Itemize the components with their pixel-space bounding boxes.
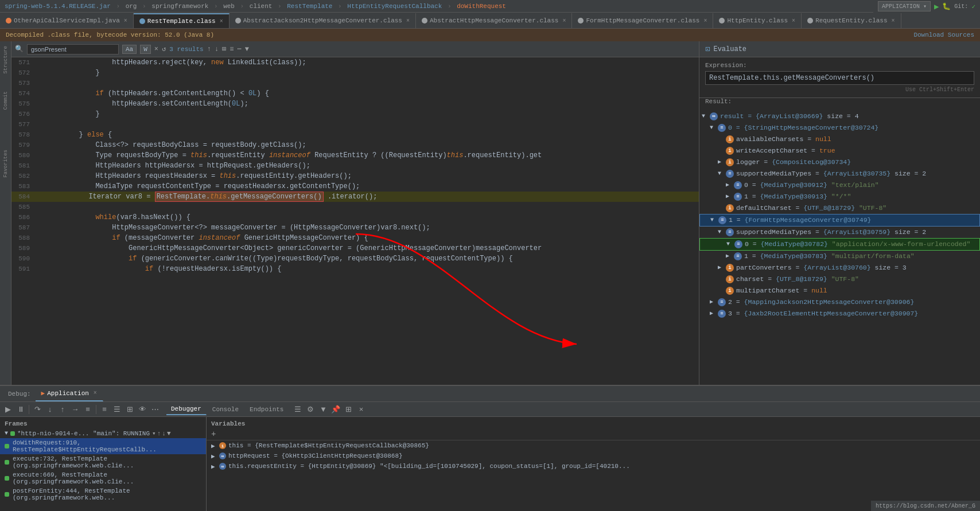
- var-item-http-request[interactable]: ▶ ∞ httpRequest = {OkHttp3ClientHttpRequ…: [207, 451, 980, 461]
- tree-arrow: ▶: [710, 309, 718, 319]
- sidebar-favorites[interactable]: Favorites: [2, 147, 10, 180]
- debug-threads-btn[interactable]: ≡: [99, 404, 110, 415]
- tree-icon: i: [726, 147, 734, 155]
- debug-pause-btn[interactable]: ⏸: [15, 404, 26, 415]
- search-close[interactable]: ×: [154, 45, 158, 53]
- debug-close-debug[interactable]: ×: [355, 404, 367, 415]
- tab-label: RestTemplate.class: [147, 18, 216, 25]
- tab-close[interactable]: ×: [124, 18, 127, 24]
- debug-filter[interactable]: ▼: [317, 404, 329, 415]
- debug-more-options[interactable]: ☰: [292, 404, 304, 415]
- search-filter[interactable]: ▼: [245, 45, 249, 53]
- search-options1[interactable]: ⊞: [222, 45, 226, 53]
- thread-up-btn[interactable]: ↑: [157, 430, 161, 437]
- tab-close[interactable]: ×: [792, 18, 795, 24]
- debug-tab-application[interactable]: ▶ Application ×: [36, 387, 103, 401]
- thread-down-arrow[interactable]: ▾: [152, 430, 156, 437]
- tree-item-available-charsets[interactable]: i availableCharsets = null: [699, 134, 980, 145]
- debug-tab-close[interactable]: ×: [94, 390, 97, 396]
- tab-rest-template[interactable]: RestTemplate.class ×: [134, 13, 230, 28]
- app-switcher[interactable]: APPLICATION ▾: [878, 1, 931, 11]
- debug-layout[interactable]: ⊞: [343, 404, 354, 415]
- sidebar-commit[interactable]: Commit: [2, 89, 10, 112]
- debug-vars-btn[interactable]: ⊞: [124, 404, 135, 415]
- run-btn[interactable]: ▶: [934, 2, 939, 11]
- tree-item-0[interactable]: ▼ ≡ 0 = {StringHttpMessageConverter@3072…: [699, 122, 980, 134]
- debug-step-into-btn[interactable]: ↓: [44, 404, 56, 415]
- tree-item-logger[interactable]: ▶ i logger = {CompositeLog@30734}: [699, 157, 980, 168]
- tab-close[interactable]: ×: [220, 18, 223, 25]
- tree-item-3[interactable]: ▶ ≡ 3 = {Jaxb2RootElementHttpMessageConv…: [699, 308, 980, 319]
- search-aa-btn[interactable]: Aa: [122, 45, 137, 54]
- tree-item-charset[interactable]: i charset = {UTF_8@18729} "UTF-8": [699, 274, 980, 285]
- add-watch-btn[interactable]: +: [211, 430, 216, 439]
- thread-filter-btn[interactable]: ▼: [167, 430, 171, 437]
- frame-item-0[interactable]: doWithRequest:910, RestTemplate$HttpEnti…: [0, 438, 206, 454]
- tree-item-supported-mediatypes-0[interactable]: ▼ ≡ supportedMediaTypes = {ArrayList@307…: [699, 168, 980, 180]
- thread-dn-btn[interactable]: ↓: [162, 430, 166, 437]
- debug-tab-debugger[interactable]: Debugger: [166, 404, 207, 415]
- search-options3[interactable]: ⋯: [238, 45, 242, 53]
- tree-item-result[interactable]: ▼ ∞ result = {ArrayList@30669} size = 4: [699, 111, 980, 122]
- search-options2[interactable]: ≡: [230, 45, 234, 53]
- sidebar-structure[interactable]: Structure: [2, 44, 10, 76]
- tree-arrow: ▼: [718, 227, 726, 237]
- tab-icon-gray: [578, 18, 584, 24]
- tree-item-supported-mediatypes-1[interactable]: ▼ ≡ supportedMediaTypes = {ArrayList@307…: [699, 227, 980, 238]
- frame-item-3[interactable]: postForEntity:444, RestTemplate (org.spr…: [0, 486, 206, 502]
- tab-other-api[interactable]: OtherApiCallServiceImpl.java ×: [0, 13, 134, 28]
- tree-item-default-charset[interactable]: i defaultCharset = {UTF_8@18729} "UTF-8": [699, 202, 980, 214]
- search-refresh[interactable]: ↺: [162, 45, 166, 53]
- debug-pin[interactable]: 📌: [330, 404, 341, 415]
- frame-item-1[interactable]: execute:732, RestTemplate (org.springfra…: [0, 454, 206, 470]
- search-prev[interactable]: ↑: [207, 45, 211, 53]
- debug-run-cursor-btn[interactable]: →: [69, 404, 81, 415]
- search-w-btn[interactable]: W: [140, 45, 151, 54]
- tab-close[interactable]: ×: [892, 18, 895, 24]
- tab-form-http[interactable]: FormHttpMessageConverter.class ×: [572, 13, 713, 28]
- debug-eval-btn[interactable]: ≡: [82, 404, 94, 415]
- var-item-this[interactable]: ▶ i this = {RestTemplate$HttpEntityReque…: [207, 440, 980, 451]
- tab-http-entity[interactable]: HttpEntity.class ×: [713, 13, 802, 28]
- tree-item-mediatype-multipart[interactable]: ▶ ≡ 1 = {MediaType@30783} "multipart/for…: [699, 251, 980, 262]
- search-input[interactable]: [27, 44, 119, 54]
- tab-close[interactable]: ×: [406, 18, 410, 24]
- debug-more-btn[interactable]: ⋯: [149, 404, 161, 415]
- tab-close[interactable]: ×: [703, 18, 707, 24]
- download-sources-link[interactable]: Download Sources: [913, 32, 974, 38]
- tree-item-2[interactable]: ▶ ≡ 2 = {MappingJackson2HttpMessageConve…: [699, 297, 980, 308]
- tab-abstract-jackson[interactable]: AbstractJackson2HttpMessageConverter.cla…: [230, 13, 416, 28]
- code-line: 587 HttpMessageConverter<?> messageConve…: [11, 223, 699, 233]
- tree-item-1[interactable]: ▼ ≡ 1 = {FormHttpMessageConverter@30749}: [699, 214, 980, 227]
- tab-request-entity[interactable]: RequestEntity.class ×: [802, 13, 901, 28]
- tree-item-part-converters[interactable]: ▶ i partConverters = {ArrayList@30760} s…: [699, 262, 980, 274]
- tree-item-mediatype-1[interactable]: ▶ ≡ 1 = {MediaType@30913} "*/*": [699, 191, 980, 202]
- debug-settings[interactable]: ⚙: [305, 404, 316, 415]
- tree-item-mediatype-0[interactable]: ▶ ≡ 0 = {MediaType@30912} "text/plain": [699, 180, 980, 191]
- debug-tab-console[interactable]: Console: [208, 404, 244, 415]
- tab-abstract-http[interactable]: AbstractHttpMessageConverter.class ×: [416, 13, 572, 28]
- debug-step-out-btn[interactable]: ↑: [57, 404, 68, 415]
- frame-item-2[interactable]: execute:669, RestTemplate (org.springfra…: [0, 470, 206, 486]
- tree-icon: i: [726, 264, 734, 272]
- debug-frames-btn[interactable]: ☰: [111, 404, 123, 415]
- expression-input[interactable]: [705, 71, 974, 85]
- debug-btn[interactable]: 🐛: [942, 2, 951, 11]
- thread-item[interactable]: ▼ *http-nio-9014-e... "main": RUNNING ▾ …: [0, 428, 206, 438]
- tree-text: supportedMediaTypes = {ArrayList@30735} …: [736, 169, 926, 179]
- debug-resume-btn[interactable]: ▶: [2, 404, 14, 415]
- tree-item-multipart-charset[interactable]: i multipartCharset = null: [699, 285, 980, 297]
- debug-watch-btn[interactable]: 👁: [137, 404, 148, 415]
- tree-item-mediatype-form[interactable]: ▼ ≡ 0 = {MediaType@30782} "application/x…: [699, 238, 980, 251]
- tab-label: HttpEntity.class: [727, 17, 788, 24]
- tab-icon-gray: [807, 18, 813, 24]
- debug-tabs-bar: Debug: ▶ Application ×: [0, 386, 980, 402]
- tab-close[interactable]: ×: [562, 18, 566, 24]
- debug-tab-endpoints[interactable]: Endpoints: [245, 404, 289, 415]
- search-next[interactable]: ↓: [215, 45, 219, 53]
- status-url: https://blog.csdn.net/Abner_G: [876, 503, 975, 509]
- tree-item-write-accept[interactable]: i writeAcceptCharset = true: [699, 145, 980, 157]
- var-item-request-entity[interactable]: ▶ ∞ this.requestEntity = {HttpEntity@308…: [207, 461, 980, 471]
- code-area: 🔍 Aa W × ↺ 3 results ↑ ↓ ⊞ ≡ ⋯ ▼: [11, 41, 699, 385]
- debug-step-over-btn[interactable]: ↷: [32, 404, 43, 415]
